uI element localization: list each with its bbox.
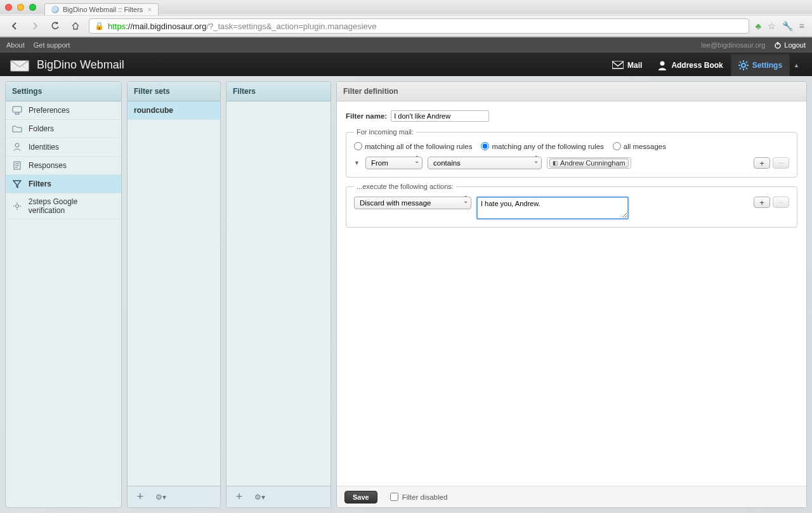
minus-icon: − <box>778 159 783 168</box>
close-window-button[interactable] <box>5 4 12 11</box>
menu-icon[interactable]: ≡ <box>799 21 804 31</box>
minimize-window-button[interactable] <box>17 4 24 11</box>
person-icon <box>657 60 667 70</box>
traffic-lights <box>5 4 36 11</box>
action-message-textarea[interactable]: I hate you, Andrew. <box>476 197 629 219</box>
save-button[interactable]: Save <box>344 491 377 503</box>
get-support-link[interactable]: Get support <box>34 41 70 49</box>
app-header: BigDino Webmail Mail Address Book Settin… <box>0 53 812 78</box>
forward-button[interactable] <box>28 19 42 33</box>
panel-settings-header: Settings <box>6 82 121 101</box>
incoming-legend: For incoming mail: <box>354 128 416 136</box>
nav-mail-label: Mail <box>627 61 642 70</box>
remove-rule-button[interactable]: − <box>773 157 789 169</box>
plus-icon: + <box>137 490 144 503</box>
radio-match-all[interactable]: matching all of the following rules <box>354 142 472 150</box>
filter-set-menu-button[interactable]: ⚙▾ <box>152 490 169 505</box>
panel-settings: Settings Preferences Folders Identities <box>5 81 122 508</box>
extension-icon[interactable]: ♣ <box>756 21 761 31</box>
user-icon <box>12 142 22 152</box>
logout-button[interactable]: Logout <box>774 41 806 49</box>
radio-match-any[interactable]: matching any of the following rules <box>481 142 603 150</box>
add-rule-button[interactable]: + <box>754 157 770 169</box>
filter-icon <box>12 179 22 189</box>
back-button[interactable] <box>8 19 22 33</box>
sidebar-item-filters[interactable]: Filters <box>6 175 121 193</box>
svg-line-10 <box>740 62 741 63</box>
about-link[interactable]: About <box>6 41 25 49</box>
svg-point-18 <box>15 143 19 147</box>
browser-chrome: BigDino Webmail :: Filters × 🔒 https://m… <box>0 0 812 37</box>
fieldset-actions: ...execute the following actions: Discar… <box>346 183 797 228</box>
add-filter-set-button[interactable]: + <box>131 490 149 505</box>
sidebar-item-label: Identities <box>29 143 59 152</box>
nav-mail[interactable]: Mail <box>605 53 650 78</box>
gear-icon <box>738 60 749 70</box>
bookmark-star-icon[interactable]: ☆ <box>768 21 776 31</box>
action-row: Discard with message I hate you, Andrew.… <box>354 197 789 219</box>
plus-icon: + <box>759 159 764 168</box>
gear-dropdown-icon: ⚙▾ <box>254 493 265 502</box>
rule-operator-select[interactable]: contains <box>428 157 542 169</box>
add-filter-button[interactable]: + <box>230 490 248 505</box>
nav-address-book-label: Address Book <box>671 61 723 70</box>
filter-name-input[interactable] <box>391 110 489 122</box>
panel-filter-sets-header: Filter sets <box>128 82 220 101</box>
add-action-button[interactable]: + <box>754 197 770 208</box>
sidebar-item-2steps[interactable]: 2steps Google verification <box>6 193 121 219</box>
app-title: BigDino Webmail <box>37 58 124 72</box>
filter-menu-button[interactable]: ⚙▾ <box>251 490 268 505</box>
reload-button[interactable] <box>48 19 62 33</box>
panel-filter-sets: Filter sets roundcube + ⚙▾ <box>127 81 221 508</box>
zoom-window-button[interactable] <box>29 4 36 11</box>
svg-point-5 <box>742 63 745 67</box>
svg-rect-3 <box>612 61 624 68</box>
sidebar-item-preferences[interactable]: Preferences <box>6 101 121 120</box>
folder-icon <box>12 124 22 134</box>
user-email: lee@bigdinosaur.org <box>701 41 765 49</box>
app-logo[interactable]: BigDino Webmail <box>9 58 124 72</box>
sidebar-item-folders[interactable]: Folders <box>6 120 121 138</box>
disclosure-triangle-icon[interactable]: ▼ <box>354 160 360 166</box>
power-icon <box>774 41 782 49</box>
svg-line-13 <box>740 68 741 69</box>
nav-address-book[interactable]: Address Book <box>650 53 730 78</box>
envelope-logo-icon <box>9 58 30 72</box>
panel-definition-header: Filter definition <box>337 82 806 101</box>
tab-close-icon[interactable]: × <box>148 6 152 13</box>
remove-action-button[interactable]: − <box>773 197 789 208</box>
actions-legend: ...execute the following actions: <box>354 183 456 190</box>
filter-disabled-checkbox[interactable]: Filter disabled <box>390 493 448 501</box>
sidebar-item-label: Responses <box>29 161 67 170</box>
home-button[interactable] <box>69 19 82 33</box>
tab-bar: BigDino Webmail :: Filters × <box>0 1 812 15</box>
token-close-icon[interactable]: ◧ <box>553 160 558 166</box>
wrench-icon[interactable]: 🔧 <box>782 21 793 31</box>
sidebar-item-label: Filters <box>29 179 51 188</box>
nav-settings[interactable]: Settings <box>731 53 790 78</box>
browser-tab[interactable]: BigDino Webmail :: Filters × <box>44 3 159 15</box>
document-icon <box>12 160 22 171</box>
header-nav: Mail Address Book Settings ▲ <box>605 53 803 78</box>
nav-caret-icon[interactable]: ▲ <box>790 62 803 68</box>
panel-filters: Filters + ⚙▾ <box>226 81 331 508</box>
tab-title: BigDino Webmail :: Filters <box>63 6 143 13</box>
action-select[interactable]: Discard with message <box>354 197 471 209</box>
filter-set-item[interactable]: roundcube <box>128 101 220 120</box>
panel-filter-definition: Filter definition Filter name: For incom… <box>336 81 807 508</box>
sidebar-item-responses[interactable]: Responses <box>6 157 121 175</box>
address-bar[interactable]: 🔒 https://mail.bigdinosaur.org/?_task=se… <box>89 18 749 34</box>
plus-icon: + <box>236 490 243 503</box>
value-token[interactable]: ◧Andrew Cunningham <box>549 159 629 167</box>
sidebar-item-identities[interactable]: Identities <box>6 138 121 157</box>
browser-toolbar: 🔒 https://mail.bigdinosaur.org/?_task=se… <box>0 15 812 37</box>
gear-dropdown-icon: ⚙▾ <box>155 493 166 502</box>
svg-line-11 <box>746 68 747 69</box>
url-text: https://mail.bigdinosaur.org/?_task=sett… <box>108 22 377 31</box>
rule-value-input[interactable]: ◧Andrew Cunningham <box>547 157 631 169</box>
svg-point-4 <box>660 61 665 65</box>
rule-field-select[interactable]: From <box>365 157 422 169</box>
gear-small-icon <box>12 201 22 211</box>
svg-line-12 <box>746 62 747 63</box>
radio-all-messages[interactable]: all messages <box>613 142 666 150</box>
